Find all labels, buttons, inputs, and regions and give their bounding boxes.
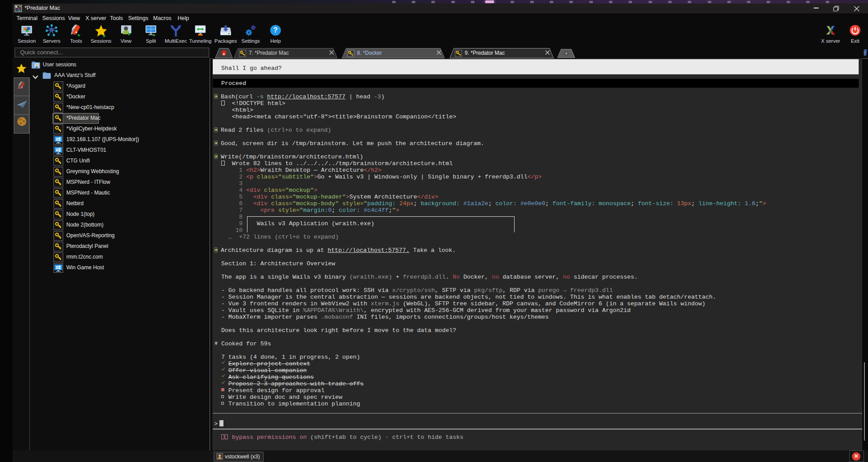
svg-text:?: ? — [273, 26, 278, 34]
